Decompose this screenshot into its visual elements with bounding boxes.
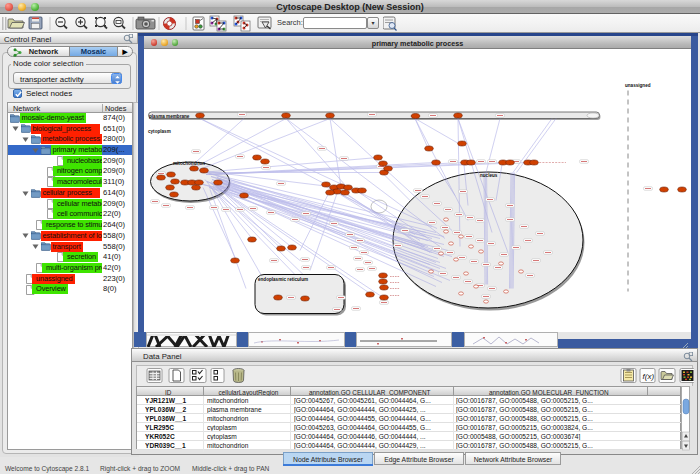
svg-text:cytoplasm: cytoplasm xyxy=(148,128,171,133)
svg-text:mitochondrion: mitochondrion xyxy=(173,161,205,166)
svg-text:nucleus: nucleus xyxy=(480,173,498,178)
svg-text:f(x): f(x) xyxy=(643,372,655,381)
svg-text:endoplasmic reticulum: endoplasmic reticulum xyxy=(258,277,308,282)
svg-text:unassigned: unassigned xyxy=(625,83,651,88)
svg-text:plasma membrane: plasma membrane xyxy=(149,114,190,119)
